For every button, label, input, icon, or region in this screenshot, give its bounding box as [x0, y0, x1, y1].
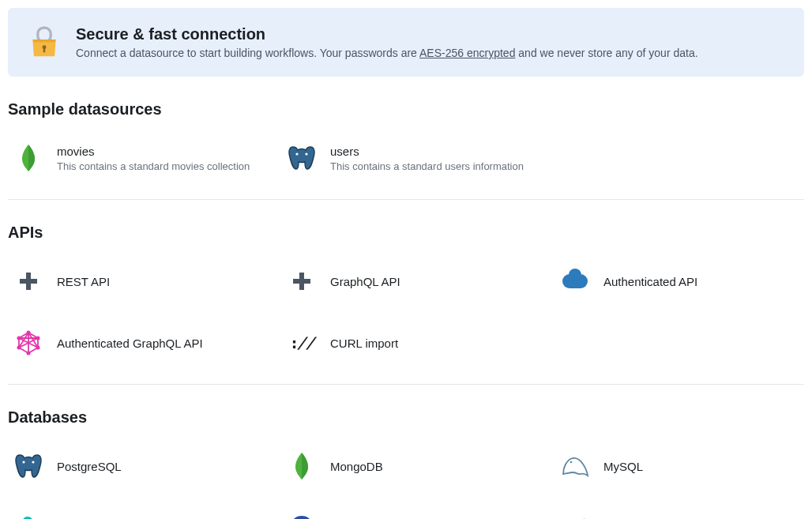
svg-point-15 [22, 461, 24, 463]
api-title: Authenticated API [603, 275, 798, 288]
datasource-users[interactable]: users This contains a standard users inf… [281, 131, 531, 185]
apis-grid: REST API GraphQL API Authenticated API A… [8, 254, 804, 370]
svg-rect-6 [20, 279, 37, 284]
datasource-title: users [330, 145, 524, 158]
security-banner: Secure & fast connection Connect a datas… [8, 8, 804, 77]
section-title-samples: Sample datasources [8, 100, 804, 118]
svg-rect-2 [43, 47, 45, 52]
divider [8, 199, 804, 200]
svg-point-12 [27, 352, 31, 355]
svg-point-17 [570, 461, 573, 464]
db-dynamodb[interactable]: DynamoDB [281, 501, 531, 519]
graphql-icon [14, 329, 43, 357]
svg-rect-8 [293, 279, 310, 284]
api-title: REST API [57, 275, 251, 288]
banner-description: Connect a datasource to start building w… [76, 47, 782, 59]
plus-icon [288, 267, 316, 295]
db-mongodb[interactable]: MongoDB [281, 439, 531, 493]
api-title: CURL import [330, 337, 524, 350]
dynamodb-icon [288, 513, 316, 519]
plus-icon [14, 267, 43, 295]
elasticsearch-icon [14, 513, 43, 519]
api-authenticated[interactable]: Authenticated API [554, 254, 804, 308]
db-redis[interactable]: Redis [554, 501, 804, 519]
db-elasticsearch[interactable]: Elasticsearch [8, 501, 258, 519]
svg-point-3 [295, 152, 298, 155]
api-authenticated-graphql[interactable]: Authenticated GraphQL API [8, 316, 258, 370]
section-title-apis: APIs [8, 224, 804, 242]
redis-icon [561, 513, 589, 519]
curl-icon: :// [288, 329, 316, 357]
svg-point-14 [17, 337, 21, 340]
db-title: PostgreSQL [57, 460, 251, 473]
lock-icon [30, 28, 58, 57]
postgresql-icon [288, 144, 316, 172]
db-title: MongoDB [330, 460, 524, 473]
encryption-link[interactable]: AES-256 encrypted [419, 47, 515, 59]
svg-point-4 [305, 152, 307, 155]
svg-point-13 [17, 346, 21, 350]
mysql-icon [561, 452, 589, 480]
db-postgresql[interactable]: PostgreSQL [8, 439, 258, 493]
svg-point-10 [36, 337, 40, 340]
postgresql-icon [14, 452, 43, 480]
datasource-title: movies [57, 145, 251, 158]
banner-text: Secure & fast connection Connect a datas… [76, 25, 782, 59]
databases-grid: PostgreSQL MongoDB MySQL Elasticsearch D… [8, 439, 804, 519]
api-curl-import[interactable]: :// CURL import [281, 316, 531, 370]
banner-title: Secure & fast connection [76, 25, 782, 43]
sample-datasources-grid: movies This contains a standard movies c… [8, 131, 804, 185]
svg-point-11 [36, 346, 40, 350]
datasource-subtitle: This contains a standard users informati… [330, 160, 524, 172]
svg-point-16 [32, 461, 34, 463]
mongodb-icon [14, 144, 43, 172]
api-rest[interactable]: REST API [8, 254, 258, 308]
db-title: MySQL [603, 460, 798, 473]
datasource-subtitle: This contains a standard movies collecti… [57, 160, 251, 172]
api-title: GraphQL API [330, 275, 524, 288]
api-graphql[interactable]: GraphQL API [281, 254, 531, 308]
cloud-icon [561, 267, 589, 295]
section-title-databases: Databases [8, 408, 804, 427]
divider [8, 384, 804, 385]
svg-point-9 [27, 331, 31, 335]
datasource-movies[interactable]: movies This contains a standard movies c… [8, 131, 258, 185]
mongodb-icon [288, 452, 316, 480]
db-mysql[interactable]: MySQL [554, 439, 804, 493]
api-title: Authenticated GraphQL API [57, 337, 251, 350]
